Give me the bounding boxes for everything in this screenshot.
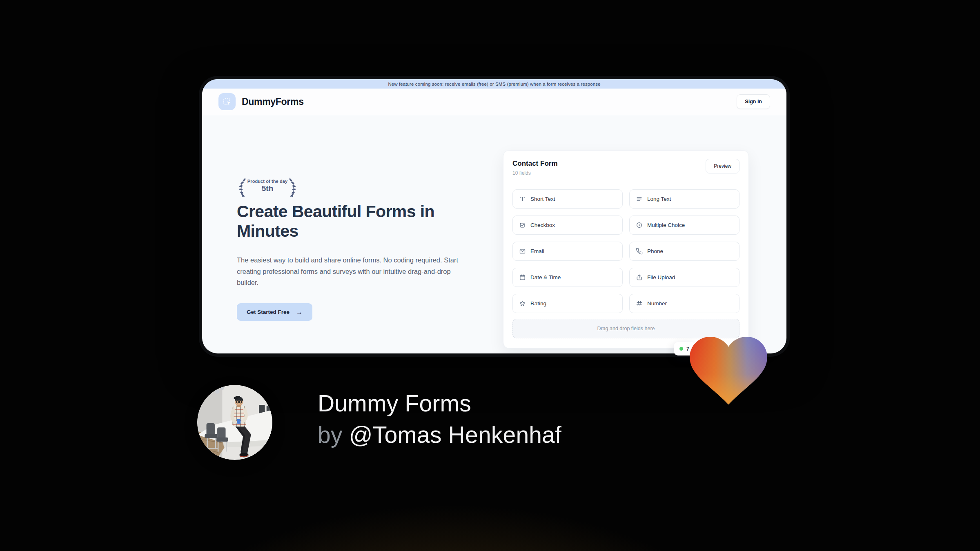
promo-background: New feature coming soon: receive emails … — [0, 0, 980, 551]
caption-product-name: Dummy Forms — [318, 388, 561, 419]
author-handle: @Tomas Henkenhaf — [349, 422, 562, 448]
field-label: Multiple Choice — [647, 222, 685, 228]
short-text-icon — [519, 196, 526, 202]
form-title: Contact Form — [512, 160, 558, 168]
drag-drop-label: Drag and drop fields here — [597, 326, 655, 331]
dashed-select-cursor-icon — [222, 97, 232, 107]
multiple-choice-icon — [636, 222, 643, 229]
field-button-file-upload[interactable]: File Upload — [629, 268, 739, 287]
phone-icon — [636, 248, 643, 255]
by-label: by — [318, 422, 349, 448]
caption-byline: by @Tomas Henkenhaf — [318, 419, 561, 451]
field-button-checkbox[interactable]: Checkbox — [512, 216, 623, 235]
field-button-date-time[interactable]: Date & Time — [512, 268, 623, 287]
field-button-rating[interactable]: Rating — [512, 294, 623, 313]
field-button-multiple-choice[interactable]: Multiple Choice — [629, 216, 739, 235]
announcement-banner: New feature coming soon: receive emails … — [202, 79, 786, 89]
laurel-left-icon — [237, 176, 247, 199]
checkbox-icon — [519, 222, 526, 229]
get-started-label: Get Started Free — [247, 309, 290, 315]
email-icon — [519, 248, 526, 255]
sign-in-button[interactable]: Sign In — [737, 94, 770, 109]
field-button-long-text[interactable]: Long Text — [629, 189, 739, 209]
brand-logo[interactable] — [218, 93, 236, 110]
field-label: Rating — [530, 300, 546, 307]
field-label: Checkbox — [530, 222, 555, 228]
field-label: Long Text — [647, 196, 671, 202]
field-button-email[interactable]: Email — [512, 242, 623, 261]
calendar-icon — [519, 274, 526, 281]
badge-title: Product of the day — [246, 179, 289, 184]
badge-rank: 5th — [246, 184, 289, 193]
field-label: Phone — [647, 248, 663, 254]
long-text-icon — [636, 196, 643, 202]
promo-caption: Dummy Forms by @Tomas Henkenhaf — [318, 388, 561, 451]
hero-title-line2: Minutes — [237, 221, 466, 241]
hero-description: The easiest way to build and share onlin… — [237, 255, 473, 289]
field-palette: Short Text Long Text Checkbox — [512, 189, 739, 313]
window-content: New feature coming soon: receive emails … — [202, 79, 786, 353]
app-header: DummyForms Sign In — [202, 89, 786, 115]
field-button-number[interactable]: Number — [629, 294, 739, 313]
avatar — [197, 385, 272, 460]
field-label: Email — [530, 248, 544, 254]
browser-window: New feature coming soon: receive emails … — [199, 76, 790, 357]
arrow-right-icon: → — [296, 309, 303, 316]
gradient-heart-icon — [689, 333, 768, 406]
field-label: Date & Time — [530, 274, 561, 280]
avatar-photo — [197, 385, 272, 460]
form-builder-card: Contact Form 10 fields Preview Short Tex… — [503, 150, 749, 349]
field-label: Short Text — [530, 196, 555, 202]
green-dot-icon — [679, 347, 683, 351]
form-field-count: 10 fields — [512, 170, 531, 176]
star-icon — [519, 300, 526, 307]
preview-button[interactable]: Preview — [706, 159, 739, 173]
hero-title: Create Beautiful Forms in Minutes — [237, 202, 466, 241]
field-label: File Upload — [647, 274, 675, 280]
get-started-button[interactable]: Get Started Free → — [237, 303, 312, 321]
announcement-text: New feature coming soon: receive emails … — [388, 82, 600, 87]
product-of-the-day-badge: Product of the day 5th — [237, 176, 298, 199]
status-badge-value: 7 — [686, 346, 689, 352]
field-label: Number — [647, 300, 667, 307]
laurel-right-icon — [288, 176, 298, 199]
hero-title-line1: Create Beautiful Forms in — [237, 202, 466, 221]
hash-icon — [636, 300, 643, 307]
field-button-short-text[interactable]: Short Text — [512, 189, 623, 209]
brand-name[interactable]: DummyForms — [242, 96, 304, 107]
field-button-phone[interactable]: Phone — [629, 242, 739, 261]
upload-icon — [636, 274, 643, 281]
